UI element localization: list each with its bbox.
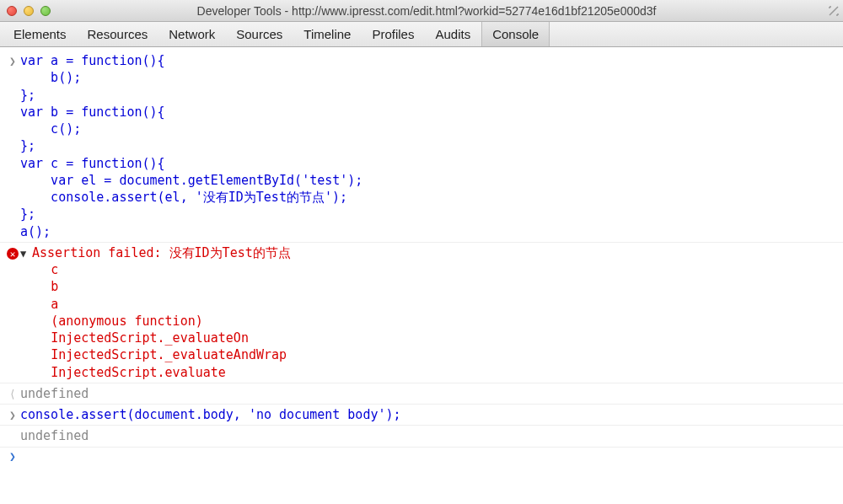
output-gutter xyxy=(5,427,20,429)
input-arrow-icon: ❯ xyxy=(5,406,20,423)
console-output: undefined xyxy=(20,427,836,444)
stack-frame: c xyxy=(51,262,58,277)
tab-profiles[interactable]: Profiles xyxy=(362,22,425,46)
stack-frame: (anonymous function) xyxy=(51,314,203,329)
tab-console[interactable]: Console xyxy=(481,22,550,46)
output-arrow-icon: ⟨ xyxy=(5,385,20,402)
stack-frame: InjectedScript._evaluateOn xyxy=(51,330,249,346)
error-content: ▼Assertion failed: 没有ID为Test的节点 c b a (a… xyxy=(20,244,836,381)
window-titlebar: Developer Tools - http://www.ipresst.com… xyxy=(0,0,843,22)
prompt-arrow-icon: ❯ xyxy=(5,449,20,464)
input-arrow-icon: ❯ xyxy=(5,52,20,69)
close-icon[interactable] xyxy=(7,6,17,16)
tab-network[interactable]: Network xyxy=(158,22,226,46)
console-output: undefined xyxy=(20,385,836,402)
console-input[interactable] xyxy=(20,449,836,464)
devtools-tabbar: Elements Resources Network Sources Timel… xyxy=(0,22,843,47)
console-panel: ❯ var a = function(){ b(); }; var b = fu… xyxy=(0,47,843,466)
tab-resources[interactable]: Resources xyxy=(78,22,159,46)
console-output-entry: undefined xyxy=(0,426,843,447)
resize-icon[interactable] xyxy=(828,5,840,17)
chevron-down-icon[interactable]: ▼ xyxy=(20,247,32,260)
error-icon: ✕ xyxy=(7,248,19,260)
console-code: var a = function(){ b(); }; var b = func… xyxy=(20,52,836,240)
tab-timeline[interactable]: Timeline xyxy=(293,22,362,46)
tab-audits[interactable]: Audits xyxy=(425,22,481,46)
tab-elements[interactable]: Elements xyxy=(3,22,78,46)
tab-sources[interactable]: Sources xyxy=(226,22,293,46)
stack-frame: a xyxy=(51,297,58,312)
stack-frame: InjectedScript._evaluateAndWrap xyxy=(51,347,287,362)
console-error-entry: ✕ ▼Assertion failed: 没有ID为Test的节点 c b a … xyxy=(0,243,843,383)
error-message: Assertion failed: 没有ID为Test的节点 xyxy=(32,245,291,260)
console-prompt: ❯ xyxy=(0,448,843,466)
error-badge: ✕ xyxy=(5,244,20,261)
stack-frame: b xyxy=(51,279,58,294)
console-code: console.assert(document.body, 'no docume… xyxy=(20,406,836,423)
console-input-entry: ❯ console.assert(document.body, 'no docu… xyxy=(0,405,843,426)
console-output-entry: ⟨ undefined xyxy=(0,383,843,405)
stack-frame: InjectedScript.evaluate xyxy=(51,365,226,380)
window-title: Developer Tools - http://www.ipresst.com… xyxy=(17,4,836,18)
console-input-entry: ❯ var a = function(){ b(); }; var b = fu… xyxy=(0,51,843,243)
